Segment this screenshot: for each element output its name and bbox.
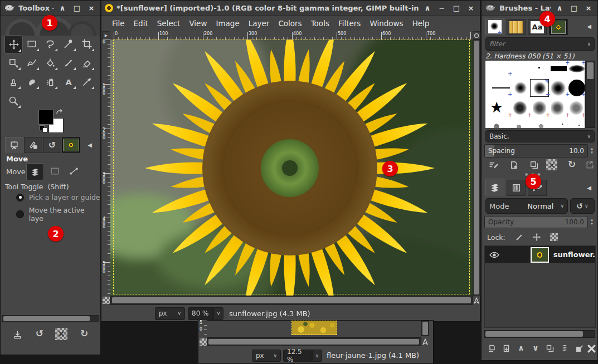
layers-menu-button[interactable]: ◀ <box>584 182 595 193</box>
bg-window-vruler[interactable]: 5 0 <box>199 321 207 336</box>
new-layer-button[interactable] <box>486 342 498 355</box>
menu-layer[interactable]: Layer <box>244 19 274 28</box>
tool-bucket-fill[interactable] <box>41 54 59 71</box>
brush-line[interactable] <box>492 87 510 88</box>
swap-colors-icon[interactable] <box>55 109 64 116</box>
brush-star[interactable]: ★ <box>490 99 503 116</box>
save-tool-preset-button[interactable] <box>11 328 24 341</box>
canvas-vscrollbar[interactable] <box>473 40 480 296</box>
main-maximize-button[interactable]: □ <box>451 4 462 12</box>
brush-splat-2[interactable] <box>533 101 546 115</box>
menu-view[interactable]: View <box>184 19 211 28</box>
zoom-follow-window-button[interactable] <box>473 31 480 40</box>
layer-mode-options-button[interactable]: ↺ ∨ <box>570 198 595 214</box>
tab-layers[interactable] <box>485 179 504 196</box>
new-layer-group-button[interactable] <box>500 342 513 355</box>
brush-block[interactable] <box>551 66 567 71</box>
canvas-vscrollbar-thumb[interactable] <box>474 41 479 294</box>
menu-file[interactable]: File <box>108 19 129 28</box>
edit-brush-button[interactable] <box>487 159 500 171</box>
tool-color-picker[interactable] <box>78 73 95 90</box>
bg-window-hscrollbar-thumb[interactable] <box>208 339 419 345</box>
radio-pick-layer[interactable]: Pick a layer or guide <box>16 193 100 201</box>
toolbox-hscrollbar-thumb[interactable] <box>3 316 90 321</box>
tab-channels[interactable] <box>507 180 526 196</box>
brush-filter-input[interactable]: filter ∨ <box>485 37 595 51</box>
tool-airbrush[interactable] <box>41 73 59 90</box>
brush-ellipse[interactable] <box>569 65 585 72</box>
horizontal-ruler[interactable]: 0 100 200 300 400 500 600 700 <box>110 31 473 40</box>
move-selection-button[interactable] <box>46 163 63 179</box>
brush-soft-large[interactable] <box>551 81 566 96</box>
tab-patterns[interactable] <box>507 19 526 35</box>
close-button[interactable]: × <box>86 4 97 12</box>
radio-pick-layer-control[interactable] <box>16 194 24 201</box>
lock-position-button[interactable] <box>532 233 541 242</box>
layer-thumbnail[interactable] <box>531 247 549 263</box>
move-path-button[interactable] <box>65 163 82 179</box>
brush-grid-vscrollbar[interactable] <box>585 61 595 128</box>
bg-zoom-control[interactable]: 12.5 % ∨ <box>283 350 322 362</box>
refresh-brushes-button[interactable]: ↻ <box>565 158 578 170</box>
tab-tool-options[interactable] <box>5 137 23 153</box>
dock-titlebar[interactable]: Brushes - Laye ∧ □ × <box>482 1 597 16</box>
dock-close-button[interactable]: × <box>583 4 594 12</box>
reset-tool-preset-button[interactable]: ↻ <box>77 327 91 340</box>
main-shade-button[interactable]: ∧ <box>422 4 433 12</box>
brush-pixel[interactable] <box>538 67 540 68</box>
lower-layer-button[interactable]: ∨ <box>529 342 542 354</box>
tab-brushes[interactable]: + <box>485 18 504 35</box>
brush-texture-partial[interactable] <box>490 121 585 128</box>
vertical-ruler[interactable]: 0 100 200 300 400 500 <box>102 40 110 296</box>
tool-free-select[interactable] <box>41 35 59 52</box>
layers-hscrollbar[interactable] <box>484 330 595 338</box>
canvas-hscrollbar[interactable] <box>110 296 473 305</box>
menu-windows[interactable]: Windows <box>365 19 407 28</box>
spacing-spinner[interactable]: ▴▾ <box>588 147 596 155</box>
opacity-slider[interactable]: Opacity 100.0 <box>484 216 588 228</box>
menu-select[interactable]: Select <box>153 19 185 28</box>
tab-device-status[interactable]: i <box>24 137 42 153</box>
canvas-image[interactable] <box>110 40 473 296</box>
tool-move[interactable] <box>4 35 23 53</box>
new-brush-button[interactable] <box>507 159 521 171</box>
brush-grid-vscrollbar-thumb[interactable] <box>587 62 594 79</box>
spacing-slider[interactable]: Spacing 10.0 <box>484 144 588 158</box>
canvas-area[interactable] <box>110 40 473 296</box>
layer-mode-dropdown[interactable]: Mode Normal ∨ <box>485 198 568 214</box>
brush-grid[interactable]: ★ + + + + + + + + + + + + <box>485 61 585 128</box>
bg-window-vscrollbar-thumb[interactable] <box>422 322 428 335</box>
duplicate-brush-button[interactable] <box>527 159 541 171</box>
menu-help[interactable]: Help <box>408 19 434 28</box>
menu-colors[interactable]: Colors <box>274 19 306 28</box>
brush-splat-1[interactable] <box>513 101 527 115</box>
bg-window-canvas[interactable] <box>207 321 421 336</box>
tool-fuzzy-select[interactable] <box>60 35 77 52</box>
tool-smudge[interactable] <box>23 73 40 90</box>
dock-menu-button[interactable]: ◀ <box>584 21 595 32</box>
dock-maximize-button[interactable]: □ <box>568 4 580 12</box>
toolbox-hscrollbar[interactable] <box>2 315 99 322</box>
toolbox-titlebar[interactable]: Toolbox - T ∧ □ × <box>1 1 100 16</box>
tool-paintbrush[interactable] <box>60 54 77 71</box>
dock-shade-button[interactable]: ∧ <box>554 4 565 12</box>
open-brush-as-image-button[interactable] <box>583 159 596 171</box>
radio-move-active-control[interactable] <box>16 210 24 218</box>
bg-window-image[interactable] <box>292 321 337 335</box>
brush-group-dropdown[interactable]: Basic, ∨ <box>485 130 595 142</box>
tool-text[interactable]: A <box>60 73 77 90</box>
tool-crop[interactable] <box>78 35 95 52</box>
bg-window-hscrollbar[interactable] <box>207 337 421 346</box>
zoom-control[interactable]: 80 % ∨ <box>188 307 223 320</box>
maximize-button[interactable]: □ <box>71 4 82 12</box>
quickmask-button[interactable] <box>103 297 110 304</box>
main-close-button[interactable]: × <box>465 4 477 12</box>
menu-tools[interactable]: Tools <box>307 19 334 28</box>
brush-splat-3[interactable] <box>551 101 563 115</box>
anchor-layer-button[interactable] <box>573 342 585 355</box>
default-colors-icon[interactable] <box>40 125 47 132</box>
bg-window-vscrollbar[interactable] <box>421 321 429 336</box>
main-minimize-button[interactable]: − <box>436 4 448 12</box>
tool-eraser[interactable] <box>78 54 95 71</box>
main-titlebar[interactable]: *[sunflower] (imported)-1.0 (RGB color 8… <box>101 1 480 16</box>
